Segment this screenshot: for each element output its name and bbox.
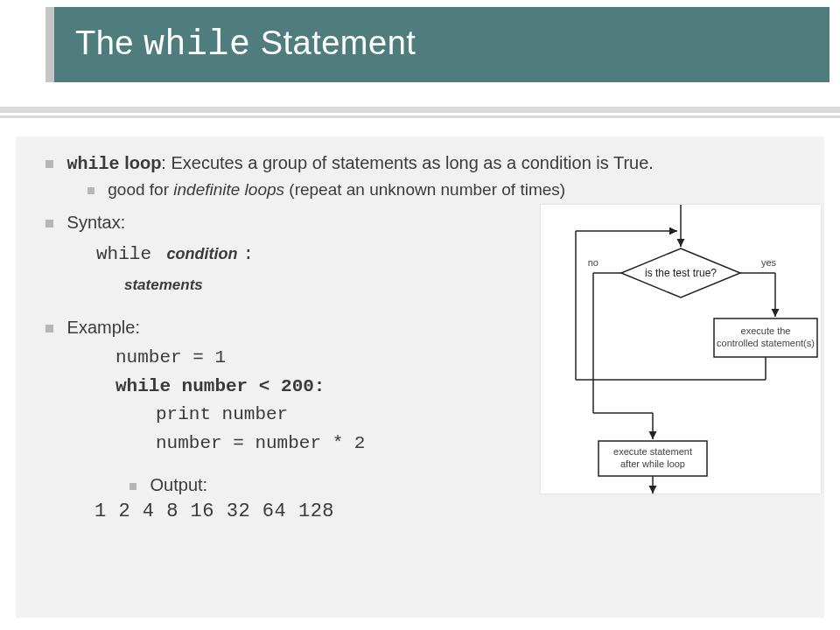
- syntax-while: while: [96, 244, 151, 264]
- bullet-icon: [130, 483, 136, 490]
- bullet-icon: [46, 220, 53, 228]
- sub-good-post: (repeat an unknown number of times): [284, 180, 565, 199]
- syntax-label: Syntax:: [67, 213, 126, 232]
- rule-bottom: [0, 116, 840, 118]
- def-code: while: [67, 154, 120, 174]
- title-pre: The: [75, 24, 144, 61]
- title-code: while: [144, 25, 251, 65]
- syntax-condition: condition: [167, 245, 238, 262]
- syntax-colon: :: [242, 244, 254, 264]
- sub-good-pre: good for: [108, 180, 173, 199]
- def-label: loop: [120, 153, 162, 172]
- flow-exec1a: execute the: [741, 326, 791, 336]
- content-area: while loop: Executes a group of statemen…: [16, 136, 824, 618]
- flow-yes-label: yes: [761, 257, 777, 268]
- flow-exec2b: after while loop: [620, 458, 685, 469]
- flow-exec2a: execute statement: [613, 446, 692, 457]
- bullet-icon: [46, 160, 53, 168]
- output-values: 1 2 4 8 16 32 64 128: [94, 500, 810, 522]
- flow-exec1b: controlled statement(s): [717, 338, 815, 348]
- syntax-statements: statements: [124, 276, 203, 293]
- bullet-definition: while loop: Executes a group of statemen…: [46, 152, 810, 175]
- slide: The while Statement while loop: Executes…: [0, 0, 840, 630]
- sub-bullet-good: good for indefinite loops (repeat an unk…: [88, 180, 810, 200]
- def-rest: : Executes a group of statements as long…: [161, 153, 654, 172]
- flowchart-svg: is the test true? yes execute the contro…: [541, 205, 821, 494]
- flow-test-label: is the test true?: [645, 267, 717, 279]
- bullet-icon: [46, 325, 53, 332]
- slide-title: The while Statement: [75, 24, 416, 65]
- title-underline: [0, 107, 840, 122]
- output-label: Output:: [150, 475, 208, 494]
- title-bar: The while Statement: [46, 7, 830, 82]
- title-post: Statement: [251, 24, 416, 61]
- flowchart: is the test true? yes execute the contro…: [541, 205, 821, 494]
- example-label: Example:: [67, 318, 140, 337]
- flow-no-label: no: [588, 257, 598, 268]
- bullet-icon: [88, 187, 94, 194]
- rule-top: [0, 107, 840, 113]
- sub-good-em: indefinite loops: [173, 180, 284, 199]
